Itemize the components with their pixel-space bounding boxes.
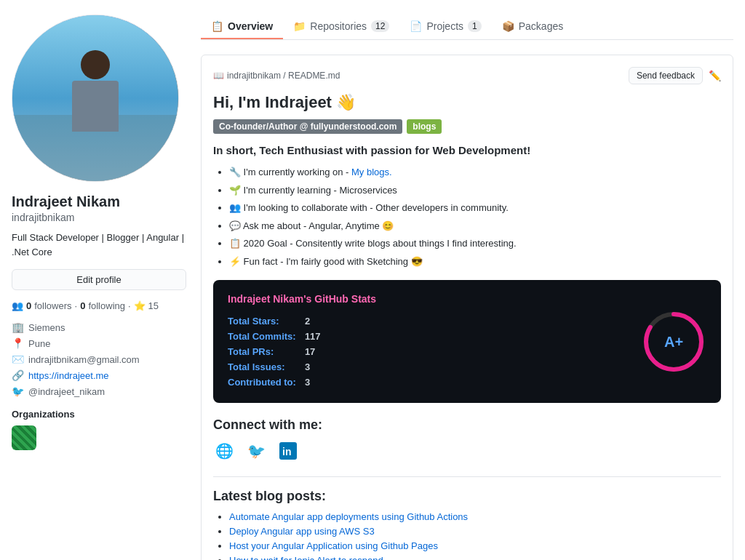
github-stats-card: Indrajeet Nikam's GitHub Stats Total Sta… (213, 280, 721, 403)
following-count[interactable]: 0 (80, 300, 85, 311)
person-icon: 👥 (12, 300, 23, 311)
social-icons: 🌐 🐦 in (213, 440, 721, 462)
sidebar: 🎯 Indrajeet Nikam indrajitbnikam Full St… (12, 15, 201, 560)
stat-value: 3 (305, 375, 330, 390)
stat-value: 117 (305, 329, 330, 344)
tab-overview[interactable]: 📋 Overview (201, 15, 283, 39)
stat-label: Total Issues: (228, 359, 305, 375)
list-item: ⚡ Fun fact - I'm fairly good with Sketch… (229, 255, 721, 269)
repositories-badge: 12 (371, 20, 389, 32)
blog-post-link[interactable]: How to wait for Ionic Alert to respond (229, 555, 383, 560)
list-item: 🌱 I'm currently learning - Microservices (229, 183, 721, 198)
meta-twitter: 🐦 @indrajeet_nikam (12, 385, 186, 397)
building-icon: 🏢 (12, 321, 24, 333)
readme-path-text: indrajitbnikam / README.md (227, 71, 340, 81)
list-item: Automate Angular app deployments using G… (229, 511, 721, 522)
twitter-handle: @indrajeet_nikam (28, 386, 105, 397)
stats-left: Indrajeet Nikam's GitHub Stats Total Sta… (228, 293, 376, 390)
org-logo[interactable] (12, 425, 36, 450)
badge-blogs: blogs (407, 119, 442, 134)
tab-packages[interactable]: 📦 Packages (492, 15, 573, 39)
svg-text:in: in (282, 446, 291, 457)
website-link[interactable]: https://indrajeet.me (28, 370, 109, 381)
readme-path: 📖 indrajitbnikam / README.md (213, 71, 340, 81)
email-text: indrajitbnikam@gmail.com (28, 354, 140, 365)
readme-tagline: In short, Tech Enthusiast with passion f… (213, 144, 721, 156)
edit-pencil-icon[interactable]: ✏️ (709, 70, 721, 81)
tabs-nav: 📋 Overview 📁 Repositories 12 📄 Projects … (201, 15, 733, 40)
meta-location: 📍 Pune (12, 337, 186, 349)
list-item: 📋 2020 Goal - Consitently write blogs ab… (229, 236, 721, 251)
readme-book-icon: 📖 (213, 71, 224, 81)
list-item: How to wait for Ionic Alert to respond (229, 555, 721, 560)
company-name: Siemens (28, 322, 65, 333)
linkedin-icon[interactable]: in (277, 440, 299, 462)
projects-badge: 1 (468, 20, 482, 32)
blog-list: Automate Angular app deployments using G… (213, 511, 721, 560)
send-feedback-button[interactable]: Send feedback (629, 67, 703, 84)
user-name: Indrajeet Nikam (12, 193, 186, 210)
stat-label: Contributed to: (228, 375, 305, 390)
stat-value: 3 (305, 359, 330, 375)
user-handle: indrajitbnikam (12, 212, 186, 223)
blog-post-link[interactable]: Automate Angular app deployments using G… (229, 511, 468, 522)
badge-cofounder: Co-founder/Author @ fullyunderstood.com (213, 119, 402, 134)
edit-profile-button[interactable]: Edit profile (12, 269, 186, 290)
table-row: Contributed to: 3 (228, 375, 330, 390)
twitter-social-icon[interactable]: 🐦 (245, 440, 267, 462)
star-icon: ⭐ (134, 300, 146, 311)
stat-value: 2 (305, 313, 330, 329)
tab-packages-label: Packages (519, 20, 563, 32)
readme-list: 🔧 I'm currently working on - My blogs. 🌱… (213, 165, 721, 268)
meta-email: ✉️ indrajitbnikam@gmail.com (12, 353, 186, 365)
list-item: 🔧 I'm currently working on - My blogs. (229, 165, 721, 180)
location-text: Pune (28, 338, 50, 349)
projects-icon: 📄 (410, 20, 422, 32)
stat-label: Total PRs: (228, 344, 305, 359)
followers-row: 👥 0 followers · 0 following · ⭐ 15 (12, 300, 186, 311)
stats-table: Total Stars: 2 Total Commits: 117 Total … (228, 313, 330, 390)
tab-overview-label: Overview (228, 20, 273, 32)
tab-projects[interactable]: 📄 Projects 1 (399, 15, 491, 39)
overview-icon: 📋 (211, 20, 223, 32)
tab-projects-label: Projects (426, 20, 463, 32)
followers-count[interactable]: 0 (26, 300, 31, 311)
packages-icon: 📦 (502, 20, 514, 32)
stat-value: 17 (305, 344, 330, 359)
title-text: Hi, I'm Indrajeet (213, 93, 336, 111)
globe-icon[interactable]: 🌐 (213, 440, 235, 462)
main-content: 📋 Overview 📁 Repositories 12 📄 Projects … (201, 15, 733, 560)
blog-post-link[interactable]: Host your Angular Application using Gith… (229, 540, 438, 551)
tab-repositories[interactable]: 📁 Repositories 12 (283, 15, 399, 39)
target-icon: 🎯 (155, 158, 171, 174)
list-item: Host your Angular Application using Gith… (229, 540, 721, 551)
organizations-heading: Organizations (12, 409, 186, 420)
meta-list: 🏢 Siemens 📍 Pune ✉️ indrajitbnikam@gmail… (12, 321, 186, 397)
repo-icon: 📁 (293, 20, 306, 32)
stars-count: 15 (148, 300, 159, 311)
readme-header: 📖 indrajitbnikam / README.md Send feedba… (213, 67, 721, 84)
list-item: 💬 Ask me about - Angular, Anytime 😊 (229, 219, 721, 233)
stats-title: Indrajeet Nikam's GitHub Stats (228, 293, 376, 305)
blog-post-link[interactable]: Deploy Angular app using AWS S3 (229, 526, 375, 537)
meta-website[interactable]: 🔗 https://indrajeet.me (12, 369, 186, 381)
table-row: Total Issues: 3 (228, 359, 330, 375)
email-icon: ✉️ (12, 353, 24, 365)
list-item: 👥 I'm looking to collaborate with - Othe… (229, 201, 721, 215)
tab-repositories-label: Repositories (310, 20, 367, 32)
readme-card: 📖 indrajitbnikam / README.md Send feedba… (201, 55, 733, 560)
twitter-icon: 🐦 (12, 385, 24, 397)
table-row: Total PRs: 17 (228, 344, 330, 359)
wave-emoji: 👋 (336, 93, 356, 111)
link-icon: 🔗 (12, 369, 24, 381)
stat-label: Total Commits: (228, 329, 305, 344)
meta-company: 🏢 Siemens (12, 321, 186, 333)
following-label: following (88, 300, 125, 311)
grade-label: A+ (664, 333, 683, 350)
badge-row: Co-founder/Author @ fullyunderstood.com … (213, 119, 721, 134)
my-blogs-link[interactable]: My blogs. (351, 167, 392, 177)
table-row: Total Commits: 117 (228, 329, 330, 344)
avatar: 🎯 (12, 15, 179, 182)
grade-circle: A+ (641, 309, 706, 375)
location-icon: 📍 (12, 337, 24, 349)
